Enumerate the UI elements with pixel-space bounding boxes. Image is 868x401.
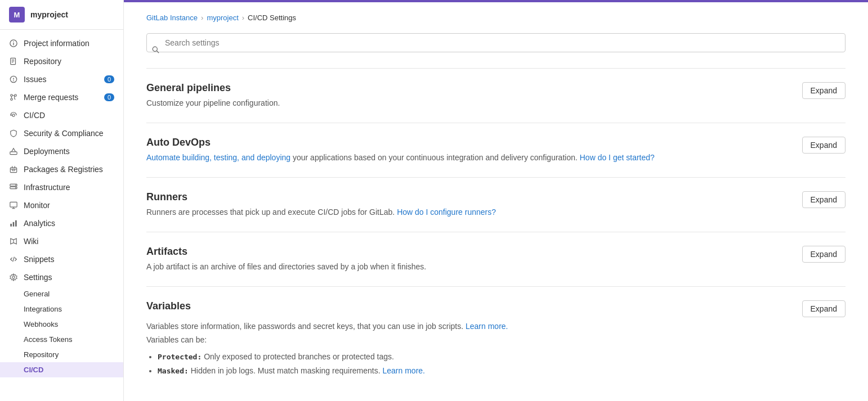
repository-icon (9, 57, 18, 66)
variables-description: Variables store information, like passwo… (146, 322, 845, 331)
sidebar-item-label: Issues (24, 75, 46, 84)
variables-section: Variables Expand Variables store informa… (146, 286, 845, 391)
sidebar: M myproject Project information Reposito… (0, 0, 124, 401)
merge-requests-icon (9, 93, 18, 102)
sidebar-item-label: CI/CD (24, 111, 45, 120)
svg-point-10 (11, 94, 13, 97)
svg-rect-26 (15, 220, 17, 227)
sidebar-item-settings[interactable]: Settings (0, 268, 123, 286)
runners-desc: Runners are processes that pick up and e… (146, 206, 496, 218)
breadcrumb-gitlab-instance[interactable]: GitLab Instance (146, 13, 198, 22)
sidebar-sub-label: Repository (24, 350, 59, 359)
artifacts-title: Artifacts (146, 246, 426, 258)
breadcrumb-current: CI/CD Settings (248, 13, 296, 22)
sidebar-item-label: Infrastructure (24, 183, 70, 192)
sidebar-item-repository[interactable]: Repository (0, 52, 123, 70)
svg-line-31 (157, 51, 159, 53)
sidebar-item-analytics[interactable]: Analytics (0, 214, 123, 232)
cicd-icon (9, 111, 18, 120)
infrastructure-icon (9, 183, 18, 192)
svg-rect-21 (10, 202, 17, 207)
sidebar-sub-cicd[interactable]: CI/CD (0, 362, 123, 377)
sidebar-header: M myproject (0, 0, 123, 30)
sidebar-sub-label: Integrations (24, 305, 62, 313)
auto-devops-link-1[interactable]: Automate building, testing, and deployin… (146, 153, 290, 162)
svg-point-12 (15, 94, 17, 97)
sidebar-item-issues[interactable]: Issues 0 (0, 70, 123, 88)
auto-devops-content: Auto DevOps Automate building, testing, … (146, 137, 655, 164)
breadcrumb-myproject[interactable]: myproject (207, 13, 238, 22)
search-container (146, 33, 845, 68)
sidebar-item-wiki[interactable]: Wiki (0, 232, 123, 250)
masked-learn-more-link[interactable]: Learn more. (383, 366, 425, 375)
sidebar-item-monitor[interactable]: Monitor (0, 196, 123, 214)
auto-devops-link-2[interactable]: How do I get started? (580, 153, 655, 162)
runners-section: Runners Runners are processes that pick … (146, 177, 845, 232)
artifacts-expand-button[interactable]: Expand (802, 246, 845, 263)
variables-list: Protected: Only exposed to protected bra… (146, 350, 845, 378)
shield-icon (9, 129, 18, 138)
auto-devops-desc: Automate building, testing, and deployin… (146, 152, 655, 164)
general-pipelines-desc: Customize your pipeline configuration. (146, 97, 280, 109)
sidebar-item-infrastructure[interactable]: Infrastructure (0, 178, 123, 196)
sidebar-item-merge-requests[interactable]: Merge requests 0 (0, 88, 123, 106)
sidebar-sub-webhooks[interactable]: Webhooks (0, 317, 123, 332)
svg-point-9 (13, 80, 14, 82)
sidebar-item-security-compliance[interactable]: Security & Compliance (0, 124, 123, 142)
sidebar-item-project-information[interactable]: Project information (0, 34, 123, 52)
sidebar-nav: Project information Repository Issues 0 … (0, 30, 123, 401)
sidebar-item-label: Snippets (24, 255, 54, 264)
artifacts-section: Artifacts A job artifact is an archive o… (146, 232, 845, 286)
sidebar-item-label: Settings (24, 273, 52, 282)
sidebar-item-packages-registries[interactable]: Packages & Registries (0, 160, 123, 178)
svg-point-20 (15, 187, 16, 188)
sidebar-sub-label: Webhooks (24, 320, 58, 328)
sidebar-item-label: Wiki (24, 237, 38, 246)
variables-title: Variables (146, 300, 191, 312)
packages-icon (9, 165, 18, 174)
general-pipelines-header: General pipelines Customize your pipelin… (146, 82, 845, 109)
runners-title: Runners (146, 191, 496, 203)
sidebar-sub-general[interactable]: General (0, 286, 123, 301)
sidebar-item-label: Deployments (24, 147, 70, 156)
runners-header: Runners Runners are processes that pick … (146, 191, 845, 218)
svg-line-28 (13, 257, 15, 262)
auto-devops-expand-button[interactable]: Expand (802, 137, 845, 154)
sidebar-item-label: Merge requests (24, 93, 78, 102)
sidebar-sub-integrations[interactable]: Integrations (0, 301, 123, 317)
variables-expand-button[interactable]: Expand (802, 300, 845, 317)
general-pipelines-expand-button[interactable]: Expand (802, 82, 845, 99)
snippets-icon (9, 255, 18, 264)
variables-list-item-protected: Protected: Only exposed to protected bra… (158, 350, 845, 364)
runners-link[interactable]: How do I configure runners? (397, 208, 496, 217)
avatar: M (9, 7, 25, 22)
issues-badge: 0 (104, 75, 114, 83)
search-input[interactable] (146, 33, 845, 52)
artifacts-desc: A job artifact is an archive of files an… (146, 261, 426, 273)
sidebar-sub-label: CI/CD (24, 366, 43, 374)
sidebar-item-deployments[interactable]: Deployments (0, 142, 123, 160)
sidebar-item-label: Packages & Registries (24, 165, 103, 174)
sidebar-item-label: Repository (24, 57, 61, 66)
svg-point-29 (12, 276, 15, 278)
runners-content: Runners Runners are processes that pick … (146, 191, 496, 218)
masked-code: Masked: (158, 367, 189, 375)
issues-icon (9, 75, 18, 84)
sidebar-sub-repository[interactable]: Repository (0, 347, 123, 362)
sidebar-item-label: Monitor (24, 201, 50, 210)
sidebar-item-snippets[interactable]: Snippets (0, 250, 123, 268)
svg-point-14 (12, 114, 15, 116)
general-pipelines-section: General pipelines Customize your pipelin… (146, 68, 845, 123)
svg-point-19 (15, 184, 16, 186)
runners-expand-button[interactable]: Expand (802, 191, 845, 208)
sidebar-item-cicd[interactable]: CI/CD (0, 106, 123, 124)
variables-learn-more-link[interactable]: Learn more. (466, 322, 508, 331)
content-area: GitLab Instance › myproject › CI/CD Sett… (124, 2, 868, 401)
auto-devops-section: Auto DevOps Automate building, testing, … (146, 123, 845, 177)
sidebar-item-label: Analytics (24, 219, 55, 228)
sidebar-sub-access-tokens[interactable]: Access Tokens (0, 332, 123, 347)
general-pipelines-content: General pipelines Customize your pipelin… (146, 82, 280, 109)
project-name: myproject (30, 10, 68, 19)
breadcrumb-sep-2: › (242, 13, 244, 22)
general-pipelines-title: General pipelines (146, 82, 280, 94)
